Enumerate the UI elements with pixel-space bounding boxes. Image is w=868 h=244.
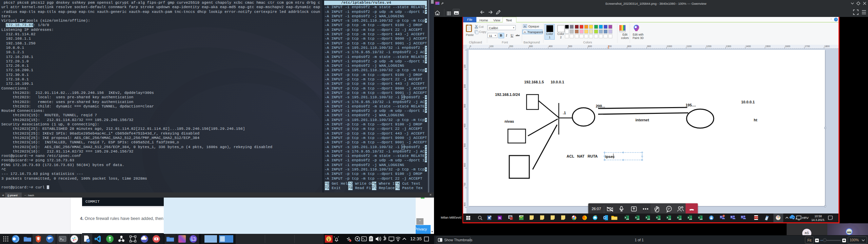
svg-text:x: x [677,216,679,219]
svg-text:1: 1 [723,215,724,217]
svg-text:700: 700 [463,183,466,187]
svg-text:A: A [524,30,526,34]
svg-text:10.0.0.1: 10.0.0.1 [551,80,564,84]
svg-text:PDF: PDF [755,217,758,219]
svg-text:x: x [688,216,689,219]
svg-text:internet: internet [635,118,649,122]
svg-text:800: 800 [463,202,466,206]
svg-text:200...: 200... [596,104,605,108]
svg-text:x: x [511,218,512,220]
svg-text:x: x [656,216,658,219]
svg-text:195....: 195.... [686,103,696,107]
svg-text:x: x [635,216,637,219]
svg-text:x: x [646,216,647,219]
svg-text:10.0.0.1: 10.0.0.1 [741,100,755,104]
svg-text:600: 600 [463,163,466,167]
svg-text:400: 400 [463,124,466,128]
svg-text:T: T [731,216,732,218]
svg-text:192.168.1.5: 192.168.1.5 [524,80,544,84]
svg-text:RUTA: RUTA [588,154,598,158]
svg-text:nivas: nivas [505,119,514,123]
svg-text:A: A [524,25,526,28]
svg-text:100: 100 [463,64,466,68]
svg-text:NAT: NAT [577,154,585,158]
svg-text:x: x [667,216,668,219]
svg-text:200: 200 [463,84,466,88]
svg-text:x: x [698,216,700,219]
svg-text:N: N [498,216,501,220]
svg-text:300: 300 [463,104,466,108]
svg-text:500: 500 [463,143,466,147]
svg-text:.1: .1 [563,111,566,115]
svg-text:x: x [625,216,626,219]
svg-text:ht: ht [754,118,757,122]
svg-text:T: T [741,216,743,218]
svg-text:192.168.1.0/24: 192.168.1.0/24 [495,93,520,97]
svg-text:ACL: ACL [567,154,574,158]
svg-text:T: T [720,216,722,218]
